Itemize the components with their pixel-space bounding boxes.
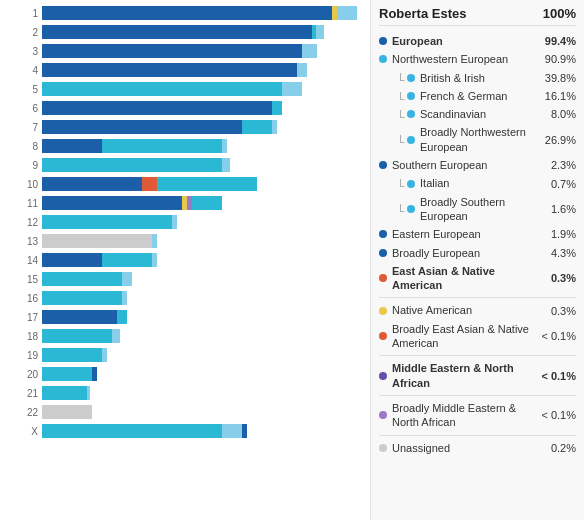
row-number: 12 (20, 217, 38, 228)
category-value: 0.7% (551, 178, 576, 190)
category-value: < 0.1% (541, 370, 576, 382)
category-value: < 0.1% (541, 330, 576, 342)
legend-label-group: LFrench & German (397, 89, 541, 103)
row-number: 3 (20, 46, 38, 57)
category-label: Broadly Middle Eastern & North African (392, 401, 537, 430)
bar-segment (112, 329, 120, 343)
row-number: 9 (20, 160, 38, 171)
bar-segment (82, 405, 92, 419)
row-number: 16 (20, 293, 38, 304)
row-number: 22 (20, 407, 38, 418)
bar-row: 18 (20, 327, 366, 345)
bar-segment (272, 101, 282, 115)
category-label: Southern European (392, 158, 487, 172)
category-label: Broadly European (392, 246, 480, 260)
bar-container (42, 234, 366, 248)
legend-item: Eastern European1.9% (379, 225, 576, 243)
bar-row: 6 (20, 99, 366, 117)
bar-row: 3 (20, 42, 366, 60)
bar-segment (222, 424, 242, 438)
row-number: X (20, 426, 38, 437)
bar-container (42, 196, 366, 210)
category-label: East Asian & Native American (392, 264, 547, 293)
bar-container (42, 82, 366, 96)
bar-segment (282, 82, 302, 96)
category-value: < 0.1% (541, 409, 576, 421)
bar-container (42, 44, 366, 58)
legend-item: European99.4% (379, 32, 576, 50)
bar-row: 14 (20, 251, 366, 269)
category-dot (407, 92, 415, 100)
row-number: 10 (20, 179, 38, 190)
category-label: Scandinavian (420, 107, 486, 121)
category-value: 1.9% (551, 228, 576, 240)
bar-row: 16 (20, 289, 366, 307)
indent-corner: L (399, 134, 405, 145)
category-dot (407, 205, 415, 213)
bar-row: 17 (20, 308, 366, 326)
legend-item: Native American0.3% (379, 301, 576, 319)
legend-item: Broadly East Asian & Native American< 0.… (379, 320, 576, 353)
bar-row: 19 (20, 346, 366, 364)
legend-item: Unassigned0.2% (379, 439, 576, 457)
legend-items: European99.4%Northwestern European90.9%L… (379, 32, 576, 457)
bar-container (42, 158, 366, 172)
row-number: 6 (20, 103, 38, 114)
bar-segment (297, 63, 307, 77)
category-dot (379, 55, 387, 63)
bar-row: 10 (20, 175, 366, 193)
bar-container (42, 367, 366, 381)
bar-container (42, 253, 366, 267)
legend-item: LBroadly Northwestern European26.9% (391, 123, 576, 156)
bar-row: 5 (20, 80, 366, 98)
bar-segment (42, 253, 102, 267)
legend-label-group: Broadly European (379, 246, 547, 260)
bar-segment (42, 101, 272, 115)
bar-segment (242, 424, 247, 438)
bar-container (42, 405, 366, 419)
legend-label-group: Native American (379, 303, 547, 317)
category-value: 99.4% (545, 35, 576, 47)
person-name: Roberta Estes (379, 6, 466, 21)
bar-segment (316, 25, 324, 39)
legend-label-group: Eastern European (379, 227, 547, 241)
bar-segment (192, 196, 222, 210)
legend-item: LItalian0.7% (391, 174, 576, 192)
total-percent: 100% (543, 6, 576, 21)
bar-segment (102, 348, 107, 362)
row-number: 1 (20, 8, 38, 19)
bar-segment (102, 253, 152, 267)
category-dot (379, 411, 387, 419)
bar-container (42, 329, 366, 343)
indent-corner: L (399, 178, 405, 189)
category-value: 0.2% (551, 442, 576, 454)
legend-label-group: East Asian & Native American (379, 264, 547, 293)
category-label: Broadly Northwestern European (420, 125, 541, 154)
bar-segment (42, 291, 122, 305)
legend-label-group: Broadly Middle Eastern & North African (379, 401, 537, 430)
category-value: 4.3% (551, 247, 576, 259)
bar-segment (242, 120, 272, 134)
bar-segment (42, 177, 142, 191)
category-dot (407, 74, 415, 82)
category-value: 39.8% (545, 72, 576, 84)
category-label: European (392, 34, 443, 48)
bar-row: 8 (20, 137, 366, 155)
bar-container (42, 120, 366, 134)
legend-label-group: Middle Eastern & North African (379, 361, 537, 390)
bar-row: 9 (20, 156, 366, 174)
bar-segment (222, 158, 230, 172)
legend-label-group: LBroadly Northwestern European (397, 125, 541, 154)
bar-segment (42, 234, 72, 248)
legend-label-group: Southern European (379, 158, 547, 172)
row-number: 19 (20, 350, 38, 361)
divider (379, 395, 576, 396)
bar-segment (142, 177, 157, 191)
category-value: 0.3% (551, 305, 576, 317)
bar-segment (42, 386, 87, 400)
bar-segment (42, 63, 297, 77)
row-number: 18 (20, 331, 38, 342)
row-number: 4 (20, 65, 38, 76)
bar-container (42, 348, 366, 362)
bar-segment (157, 177, 257, 191)
